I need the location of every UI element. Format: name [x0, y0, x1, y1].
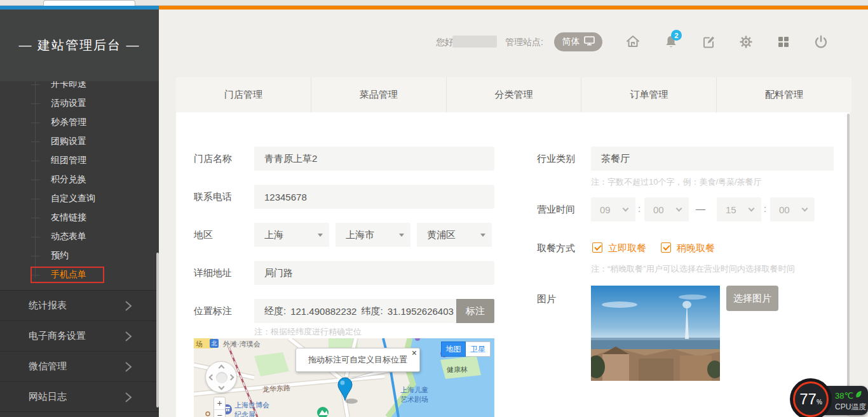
close-hour-select[interactable]: 15: [717, 197, 761, 222]
select-arrow-icon: [399, 234, 404, 237]
close-minute-select[interactable]: 00: [770, 197, 815, 222]
open-minute-select[interactable]: 00: [644, 197, 689, 222]
edit-icon[interactable]: [701, 34, 716, 50]
map-label-partial: 场: [196, 340, 203, 349]
cpu-usage-value: 77: [799, 390, 817, 408]
apps-grid-icon[interactable]: [776, 34, 791, 50]
greeting-text: 您好: [436, 37, 454, 48]
sidebar-section-logs[interactable]: 网站日志: [0, 381, 159, 412]
sidebar-item-dynamic-form[interactable]: 动态表单: [0, 227, 159, 246]
monitor-icon: [584, 36, 595, 48]
address-label: 详细地址: [194, 267, 232, 279]
tooltip-close-icon[interactable]: ×: [412, 348, 417, 357]
choose-image-button[interactable]: 选择图片: [726, 286, 778, 311]
satellite-mode-button[interactable]: 卫星: [466, 341, 491, 357]
content-scrollbar[interactable]: [847, 114, 850, 416]
mark-location-button[interactable]: 标注: [456, 299, 494, 323]
store-name-input[interactable]: 青青原上草2: [254, 147, 494, 171]
select-arrow-icon: [480, 234, 485, 237]
chevron-right-icon: [125, 300, 132, 314]
power-logout-icon[interactable]: [813, 34, 829, 50]
sidebar-item-team[interactable]: 组团管理: [0, 151, 159, 170]
notification-count-badge: 2: [671, 30, 682, 41]
map-pan-control[interactable]: [205, 361, 237, 393]
industry-input[interactable]: 茶餐厅: [591, 147, 834, 171]
tab-dish-management[interactable]: 菜品管理: [311, 77, 447, 112]
map-label-expo: 上海世博会纪念展: [234, 400, 269, 417]
hours-label: 营业时间: [537, 204, 575, 216]
lng-value: 121.490882232: [290, 306, 356, 317]
tree-tick: [31, 122, 40, 123]
tab-store-management[interactable]: 门店管理: [176, 77, 311, 112]
sidebar-submenu: 开卡即送 活动设置 秒杀管理 团购设置 组团管理 积分兑换 自定义查询 友情链接…: [0, 81, 159, 290]
pan-right-icon[interactable]: [228, 374, 234, 381]
screen: — 建站管理后台 — 开卡即送 活动设置 秒杀管理 团购设置 组团管理 积分兑换…: [0, 0, 868, 417]
accent-bar-orange: [159, 6, 868, 10]
zoom-out-button[interactable]: −: [214, 410, 225, 417]
pan-center-knob[interactable]: [216, 372, 227, 383]
tab-ingredient-management[interactable]: 配料管理: [717, 77, 851, 112]
tree-tick: [31, 84, 40, 85]
tree-tick: [31, 218, 40, 218]
tab-order-management[interactable]: 订单管理: [581, 77, 717, 112]
zoom-in-button[interactable]: +: [214, 397, 225, 410]
phone-input[interactable]: 12345678: [254, 185, 494, 209]
map-mode-button[interactable]: 地图: [441, 341, 466, 357]
pan-up-icon[interactable]: [219, 365, 225, 371]
district-select[interactable]: 黄浦区: [417, 223, 492, 247]
sidebar-item-reservation[interactable]: 预约: [0, 246, 159, 265]
sidebar-item-activity[interactable]: 活动设置: [0, 94, 159, 113]
industry-label: 行业类别: [537, 153, 575, 165]
sidebar-item-mobile-order[interactable]: 手机点单: [0, 265, 159, 284]
phone-label: 联系电话: [194, 191, 232, 203]
sidebar-item-custom-query[interactable]: 自定义查询: [0, 189, 159, 208]
cpu-usage-unit: %: [817, 399, 822, 406]
province-select[interactable]: 上海: [254, 223, 329, 247]
tree-tick: [31, 161, 40, 161]
sidebar-section-wechat[interactable]: 微信管理: [0, 351, 159, 381]
location-note: 注：根据经纬度进行精确定位: [254, 326, 362, 338]
city-select[interactable]: 上海市: [336, 223, 410, 247]
open-hour-select[interactable]: 09: [591, 197, 635, 222]
sidebar-section-reports[interactable]: 统计报表: [0, 290, 159, 321]
map-widget[interactable]: 场 外滩·湾璞会 龙华东路 健康林 上海儿童艺术剧场 上海世博会纪念展 北 + …: [194, 338, 494, 417]
sidebar-item-seckill[interactable]: 秒杀管理: [0, 113, 159, 132]
sidebar-item-points[interactable]: 积分兑换: [0, 170, 159, 189]
sidebar-item-groupbuy[interactable]: 团购设置: [0, 132, 159, 151]
sidebar-scrollbar[interactable]: [156, 253, 159, 407]
tree-tick: [31, 180, 40, 180]
select-arrow-icon: [318, 234, 323, 237]
home-icon[interactable]: [625, 34, 641, 49]
pickup-later-checkbox[interactable]: [661, 242, 671, 253]
chevron-right-icon: [125, 361, 132, 375]
cpu-temp-value: 38℃: [835, 391, 853, 400]
time-dash: —: [696, 203, 705, 214]
map-pin-tooltip: 拖动标注可自定义目标位置 ×: [295, 348, 420, 372]
location-input[interactable]: 经度: 121.490882232 纬度: 31.1952626403: [254, 299, 456, 323]
pickup-now-label[interactable]: 立即取餐: [608, 242, 646, 255]
chevron-right-icon: [125, 391, 132, 406]
sidebar-item-card-gift[interactable]: 开卡即送: [0, 81, 159, 94]
store-photo: [591, 286, 720, 381]
tree-tick: [31, 199, 40, 199]
pan-down-icon[interactable]: [219, 384, 225, 390]
chevron-right-icon: [125, 330, 132, 345]
username-redacted: [452, 36, 497, 48]
store-name-label: 门店名称: [194, 153, 232, 165]
language-button[interactable]: 简体: [554, 32, 602, 51]
form-panel: 门店名称 青青原上草2 联系电话 12345678 地区 上海 上海市 黄浦区 …: [176, 112, 850, 417]
tree-tick: [31, 237, 40, 237]
sidebar-item-links[interactable]: 友情链接: [0, 208, 159, 227]
pickup-now-checkbox[interactable]: [592, 242, 602, 253]
sidebar-section-ecommerce[interactable]: 电子商务设置: [0, 321, 159, 351]
north-indicator: 北: [210, 339, 219, 348]
pan-left-icon[interactable]: [209, 374, 215, 381]
cpu-usage-dial[interactable]: 77 %: [790, 378, 832, 417]
settings-gear-icon[interactable]: [738, 34, 754, 50]
map-label-area: 外滩·湾璞会: [223, 340, 261, 349]
pickup-later-label[interactable]: 稍晚取餐: [677, 242, 715, 255]
tab-category-management[interactable]: 分类管理: [447, 77, 582, 112]
address-input[interactable]: 局门路: [254, 261, 494, 285]
image-label: 图片: [537, 293, 556, 305]
pickup-note: 注：“稍晚取餐”用户可以选择在营业时间内选择取餐时间: [591, 263, 795, 275]
